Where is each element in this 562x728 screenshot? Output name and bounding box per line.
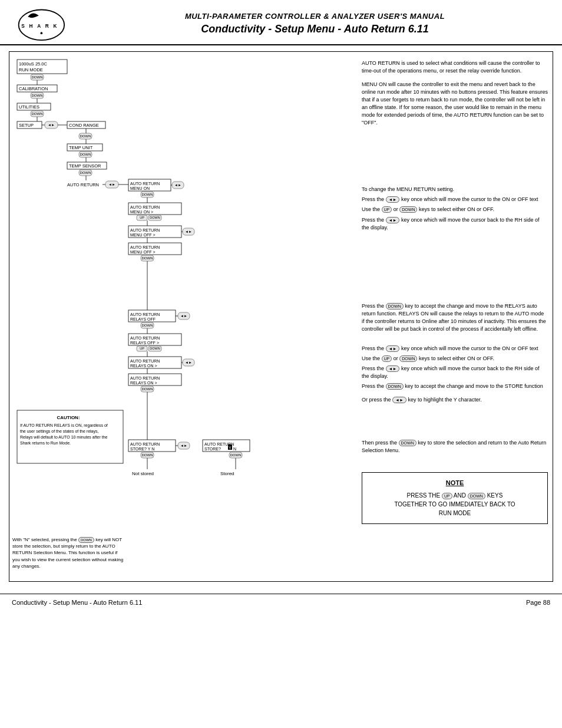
svg-text:Shark returns to Run Mode.: Shark returns to Run Mode.: [20, 441, 71, 445]
svg-text:DOWN: DOWN: [80, 134, 91, 138]
svg-text:DOWN: DOWN: [142, 324, 153, 327]
svg-text:S H A R K: S H A R K: [21, 23, 58, 29]
down-button-icon: DOWN: [399, 206, 417, 213]
svg-text:DOWN: DOWN: [32, 112, 43, 116]
svg-text:RELAYS  OFF  >: RELAYS OFF >: [130, 341, 159, 345]
note-text: PRESS THE UP AND DOWN KEYS TOGETHER TO G…: [368, 491, 541, 518]
diagram-left: 1000uS 25.0C RUN MODE DOWN CALIBRATION: [14, 57, 356, 577]
change-menu-instructions: To change the MENU RETURN setting. Press…: [362, 186, 548, 231]
enter-button-icon3: ◄►: [386, 345, 400, 352]
svg-text:DOWN: DOWN: [32, 94, 43, 97]
down-button-icon5: DOWN: [399, 440, 416, 446]
svg-text:RUN MODE: RUN MODE: [19, 67, 43, 73]
svg-text:MENU    ON  >: MENU ON >: [130, 210, 153, 214]
auto-return-intro: AUTO RETURN is used to select what condi…: [362, 60, 548, 75]
svg-text:CAUTION:: CAUTION:: [57, 415, 80, 420]
svg-text:CALIBRATION: CALIBRATION: [19, 86, 48, 91]
svg-text:DOWN: DOWN: [142, 387, 153, 391]
svg-text:Relays will default to AUTO 10: Relays will default to AUTO 10 minutes a…: [20, 435, 108, 440]
up-button-icon: UP: [382, 206, 392, 213]
svg-text:◄►: ◄►: [185, 361, 192, 364]
svg-text:N: N: [233, 447, 236, 451]
note-box: NOTE PRESS THE UP AND DOWN KEYS TOGETHER…: [362, 472, 548, 524]
svg-text:1000uS  25.0C: 1000uS 25.0C: [19, 61, 48, 67]
svg-text:MENU    ON: MENU ON: [130, 186, 150, 190]
or-press-enter-instruction: Or press the ◄► key to highlight the Y c…: [362, 396, 548, 404]
press-enter-rh2-instruction: Press the ◄► key once which will move th…: [362, 365, 548, 380]
svg-text:DOWN: DOWN: [230, 453, 242, 457]
enter-button-icon: ◄►: [386, 196, 400, 203]
enter-button-icon4: ◄►: [386, 365, 400, 372]
svg-text:UTILITIES: UTILITIES: [19, 104, 39, 110]
svg-text:AUTO RETURN: AUTO RETURN: [130, 205, 160, 209]
svg-text:DOWN: DOWN: [142, 193, 153, 196]
svg-text:◄►: ◄►: [174, 183, 181, 187]
svg-text:RELAYS  ON   >: RELAYS ON >: [130, 364, 157, 368]
svg-text:◄►: ◄►: [48, 123, 55, 127]
press-down-accept2-instruction: Press the DOWN key to accept the change …: [362, 383, 548, 390]
svg-text:Stored: Stored: [220, 471, 234, 476]
press-down-accept-instruction: Press the DOWN key to accept the change …: [362, 302, 548, 333]
svg-text:UP: UP: [140, 347, 144, 350]
up-key-note: UP: [442, 493, 452, 499]
svg-text:RELAYS  OFF: RELAYS OFF: [130, 317, 156, 321]
page-header: S H A R K MULTI-PARAMETER CONTROLLER & A…: [0, 0, 562, 45]
svg-text:◄►: ◄►: [180, 444, 187, 447]
svg-text:TEMP UNIT: TEMP UNIT: [69, 145, 93, 150]
svg-text:AUTO RETURN: AUTO RETURN: [130, 359, 160, 363]
svg-text:STORE?  Y N: STORE? Y N: [130, 447, 154, 451]
page-title-header: Conductivity - Setup Menu - Auto Return …: [80, 23, 550, 35]
svg-text:AUTO RETURN: AUTO RETURN: [130, 376, 160, 380]
svg-text:◄►: ◄►: [108, 183, 115, 186]
svg-text:AUTO RETURN: AUTO RETURN: [130, 182, 160, 186]
logo: S H A R K: [9, 6, 80, 41]
down-key-note: DOWN: [468, 493, 485, 499]
down-button-icon3: DOWN: [399, 355, 417, 362]
down-button-icon4: DOWN: [386, 383, 404, 390]
main-content: 1000uS 25.0C RUN MODE DOWN CALIBRATION: [0, 45, 562, 594]
svg-text:Y: Y: [229, 446, 232, 450]
press-enter-rh-instruction: Press the ◄► key once which will move th…: [362, 216, 548, 232]
press-enter-instruction: Press the ◄► key once which will move th…: [362, 196, 548, 203]
diagram-area: 1000uS 25.0C RUN MODE DOWN CALIBRATION: [9, 51, 553, 582]
svg-text:DOWN: DOWN: [80, 153, 91, 156]
svg-text:AUTO RETURN: AUTO RETURN: [130, 228, 160, 232]
down-btn-n: DOWN: [78, 537, 94, 543]
svg-text:RELAYS  ON   >: RELAYS ON >: [130, 381, 157, 385]
up-button-icon2: UP: [382, 355, 392, 362]
page-footer: Conductivity - Setup Menu - Auto Return …: [0, 594, 562, 611]
svg-text:MENU    OFF  >: MENU OFF >: [130, 250, 156, 254]
with-n-selected-note: With "N" selected, pressing the DOWN key…: [12, 536, 124, 569]
relays-on-off-instructions: Press the ◄► key once which will move th…: [362, 345, 548, 390]
use-up-down2-instruction: Use the UP or DOWN keys to select either…: [362, 355, 548, 363]
svg-text:◄►: ◄►: [185, 230, 192, 233]
svg-text:Not stored: Not stored: [132, 471, 154, 476]
relays-instructions: Press the DOWN key to accept the change …: [362, 302, 548, 333]
then-press-down-instruction: Then press the DOWN key to store the sel…: [362, 439, 548, 454]
footer-left: Conductivity - Setup Menu - Auto Return …: [12, 599, 142, 606]
enter-button-icon5: ◄►: [392, 397, 406, 403]
manual-title: MULTI-PARAMETER CONTROLLER & ANALYZER US…: [80, 12, 550, 21]
svg-text:◄►: ◄►: [180, 314, 187, 318]
footer-right: Page 88: [526, 599, 550, 606]
svg-text:STORE?: STORE?: [204, 447, 221, 451]
svg-text:COND RANGE: COND RANGE: [69, 123, 99, 128]
svg-text:DOWN: DOWN: [150, 216, 160, 219]
svg-text:UP: UP: [140, 216, 144, 219]
svg-point-2: [41, 32, 43, 34]
svg-text:SETUP: SETUP: [19, 123, 34, 128]
enter-button-icon2: ◄►: [386, 217, 400, 223]
descriptions-right: AUTO RETURN is used to select what condi…: [362, 57, 548, 577]
svg-text:AUTO RETURN: AUTO RETURN: [130, 245, 160, 249]
header-text-container: MULTI-PARAMETER CONTROLLER & ANALYZER US…: [80, 12, 550, 35]
svg-text:AUTO RETURN: AUTO RETURN: [130, 442, 160, 446]
svg-text:TEMP SENSOR: TEMP SENSOR: [69, 163, 101, 169]
menu-on-desc: MENU ON will cause the controller to exi…: [362, 81, 548, 127]
note-title: NOTE: [368, 479, 541, 488]
svg-text:DOWN: DOWN: [32, 75, 43, 79]
svg-text:DOWN: DOWN: [150, 347, 160, 350]
svg-text:MENU    OFF  >: MENU OFF >: [130, 233, 156, 237]
press-enter-once2-instruction: Press the ◄► key once which will move th…: [362, 345, 548, 353]
change-menu-return-label: To change the MENU RETURN setting.: [362, 186, 548, 193]
svg-text:the user settings of the state: the user settings of the states of the r…: [20, 429, 99, 434]
